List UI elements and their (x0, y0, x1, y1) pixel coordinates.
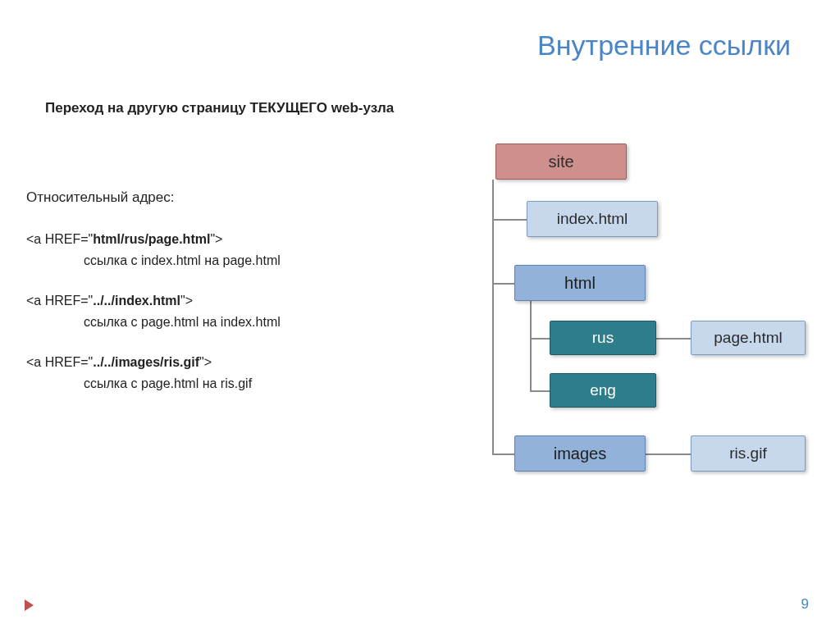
code-suffix: "> (180, 294, 193, 308)
code-prefix: <a HREF=" (26, 232, 93, 246)
code-suffix: "> (199, 355, 212, 369)
example-2-desc: ссылка с page.html на index.html (26, 313, 412, 331)
node-eng: eng (550, 373, 656, 408)
code-path: ../../images/ris.gif (93, 355, 199, 369)
relative-address-label: Относительный адрес: (26, 189, 412, 207)
code-path: html/rus/page.html (93, 232, 210, 246)
example-3-code: <a HREF="../../images/ris.gif"> (26, 353, 412, 371)
example-3-desc: ссылка с page.html на ris.gif (26, 375, 412, 393)
node-index: index.html (527, 201, 658, 237)
code-prefix: <a HREF=" (26, 355, 93, 369)
connector (492, 454, 514, 455)
bullet-marker-icon (25, 599, 34, 611)
connector (530, 301, 532, 391)
node-site: site (495, 144, 627, 180)
site-tree-diagram: site index.html html rus eng images page… (427, 144, 812, 504)
connector (530, 338, 550, 340)
node-html: html (514, 265, 646, 301)
slide-subtitle: Переход на другую страницу ТЕКУЩЕГО web-… (45, 100, 394, 116)
example-2-code: <a HREF="../../index.html"> (26, 292, 412, 310)
example-1: <a HREF="html/rus/page.html"> ссылка с i… (26, 230, 412, 269)
slide-title: Внутренние ссылки (537, 30, 791, 62)
connector (656, 338, 691, 340)
page-number: 9 (801, 596, 809, 613)
node-page: page.html (691, 321, 806, 355)
code-prefix: <a HREF=" (26, 294, 93, 308)
connector (492, 180, 494, 454)
node-rus: rus (550, 321, 656, 355)
connector (530, 390, 550, 392)
code-path: ../../index.html (93, 294, 180, 308)
connector (492, 219, 527, 221)
node-images: images (514, 435, 646, 472)
example-1-code: <a HREF="html/rus/page.html"> (26, 230, 412, 248)
example-2: <a HREF="../../index.html"> ссылка с pag… (26, 292, 412, 330)
example-1-desc: ссылка с index.html на page.html (26, 252, 412, 270)
node-ris: ris.gif (691, 435, 806, 472)
code-suffix: "> (210, 232, 222, 246)
left-column: Относительный адрес: <a HREF="html/rus/p… (26, 189, 412, 416)
example-3: <a HREF="../../images/ris.gif"> ссылка с… (26, 353, 412, 392)
slide: Внутренние ссылки Переход на другую стра… (0, 0, 840, 629)
connector (646, 454, 691, 455)
connector (492, 283, 514, 285)
